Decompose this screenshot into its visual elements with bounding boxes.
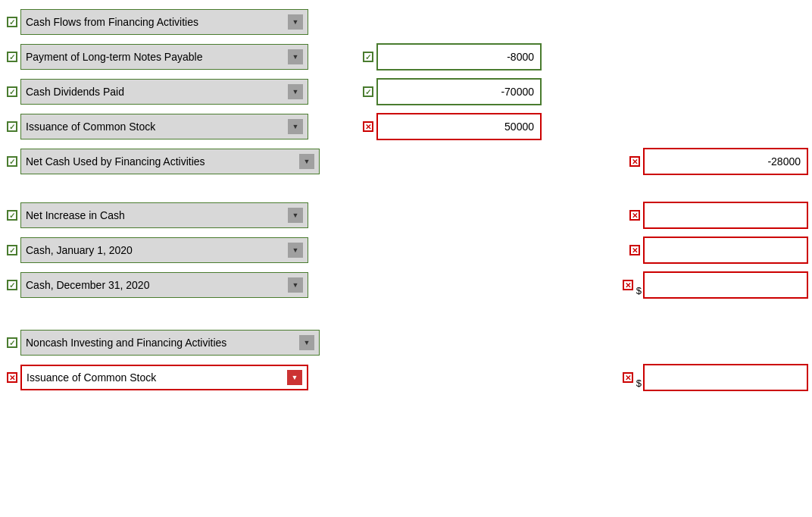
check-red-cash-dec	[623, 280, 633, 290]
check-red-issuance2-val	[623, 372, 633, 383]
label-noncash[interactable]: Noncash Investing and Financing Activiti…	[20, 330, 320, 356]
checkbox-issuance2-value[interactable]	[620, 372, 636, 383]
label-payment-long-term[interactable]: Payment of Long-term Notes Payable	[20, 44, 308, 70]
check-red-issuance1	[363, 121, 373, 132]
value-issuance2[interactable]	[643, 364, 808, 391]
label-net-increase-cash[interactable]: Net Increase in Cash	[20, 202, 308, 228]
check-green-issuance1	[7, 121, 17, 132]
value-net-cash-financing[interactable]: -28000	[643, 148, 808, 175]
left-col-noncash: Noncash Investing and Financing Activiti…	[4, 330, 352, 356]
value-cash-dec[interactable]	[643, 271, 808, 299]
check-green-cash-jan	[7, 245, 17, 255]
main-container: Cash Flows from Financing Activities Pay…	[0, 0, 812, 406]
check-red-issuance2	[7, 372, 17, 383]
left-col-cash-jan: Cash, January 1, 2020	[4, 237, 352, 263]
right-col-cash-jan	[439, 237, 808, 264]
left-col-net-increase: Net Increase in Cash	[4, 202, 352, 228]
checkbox-net-increase-value[interactable]	[626, 210, 643, 221]
value-cash-jan[interactable]	[643, 237, 808, 264]
label-cash-flows-financing[interactable]: Cash Flows from Financing Activities	[20, 9, 308, 35]
checkbox-net-cash-fin[interactable]	[4, 156, 20, 167]
checkbox-cash-jan-value[interactable]	[626, 245, 643, 255]
label-net-cash-financing[interactable]: Net Cash Used by Financing Activities	[20, 149, 320, 174]
right-col-net-fin: -28000	[439, 148, 808, 175]
row-cash-dec: Cash, December 31, 2020 $	[4, 271, 808, 299]
right-col-dividends: -70000	[360, 78, 542, 105]
dropdown-arrow-payment[interactable]	[288, 49, 303, 64]
checkbox-payment-value[interactable]	[360, 52, 376, 62]
left-col-payment: Payment of Long-term Notes Payable	[4, 44, 352, 70]
value-payment[interactable]: -8000	[376, 43, 542, 70]
left-col-cash-flows: Cash Flows from Financing Activities	[4, 9, 352, 35]
right-col-payment: -8000	[360, 43, 542, 70]
check-red-cash-jan	[629, 245, 640, 255]
label-cash-jan[interactable]: Cash, January 1, 2020	[20, 237, 308, 263]
row-net-cash-financing: Net Cash Used by Financing Activities -2…	[4, 147, 808, 176]
right-col-net-increase	[439, 202, 808, 229]
checkbox-cash-jan[interactable]	[4, 245, 20, 255]
check-green	[7, 17, 17, 27]
checkbox-net-increase[interactable]	[4, 210, 20, 221]
row-issuance-2: Issuance of Common Stock $	[4, 363, 808, 392]
value-issuance1[interactable]: 50000	[376, 113, 542, 140]
dropdown-arrow-cash-flows[interactable]	[288, 14, 303, 30]
dropdown-arrow-net-fin[interactable]	[299, 154, 314, 169]
value-wrapper-net-fin: -28000	[643, 148, 808, 175]
checkbox-cash-dec[interactable]	[4, 280, 20, 290]
check-red-net-fin	[629, 156, 640, 167]
dollar-issuance2: $	[636, 378, 642, 391]
spacer-1	[4, 182, 808, 201]
dropdown-arrow-issuance2[interactable]	[287, 370, 302, 385]
checkbox-issuance1-value[interactable]	[360, 121, 376, 132]
right-col-issuance2: $	[432, 364, 808, 391]
label-cash-dividends[interactable]: Cash Dividends Paid	[20, 79, 308, 105]
left-col-net-cash-fin: Net Cash Used by Financing Activities	[4, 149, 352, 174]
checkbox-dividends[interactable]	[4, 86, 20, 97]
dropdown-arrow-cash-jan[interactable]	[288, 243, 303, 258]
check-green-cash-dec	[7, 280, 17, 290]
value-net-increase[interactable]	[643, 202, 808, 229]
checkbox-net-fin-value[interactable]	[626, 156, 643, 167]
row-net-increase-cash: Net Increase in Cash	[4, 201, 808, 230]
dropdown-arrow-issuance1[interactable]	[288, 119, 303, 134]
checkbox-noncash[interactable]	[4, 337, 20, 348]
row-cash-flows-financing: Cash Flows from Financing Activities	[4, 8, 808, 36]
checkbox-payment[interactable]	[4, 52, 20, 62]
label-issuance-1[interactable]: Issuance of Common Stock	[20, 114, 308, 139]
dropdown-arrow-dividends[interactable]	[288, 84, 303, 99]
dropdown-arrow-noncash[interactable]	[299, 335, 314, 350]
checkbox-issuance1[interactable]	[4, 121, 20, 132]
row-payment-long-term: Payment of Long-term Notes Payable -8000	[4, 42, 808, 71]
dropdown-arrow-cash-dec[interactable]	[288, 277, 303, 293]
row-noncash: Noncash Investing and Financing Activiti…	[4, 328, 808, 357]
dollar-cash-dec: $	[636, 285, 642, 299]
checkbox-dividends-value[interactable]	[360, 86, 376, 97]
checkbox-issuance2[interactable]	[4, 372, 20, 383]
check-green-net-fin	[7, 156, 17, 167]
left-col-dividends: Cash Dividends Paid	[4, 79, 352, 105]
label-cash-dec[interactable]: Cash, December 31, 2020	[20, 272, 308, 298]
check-red-net-increase	[629, 210, 640, 221]
check-green-payment	[7, 52, 17, 62]
spacer-2	[4, 306, 808, 328]
row-cash-jan: Cash, January 1, 2020	[4, 236, 808, 265]
right-col-issuance1: 50000	[360, 113, 542, 140]
check-green-payment-val	[363, 52, 373, 62]
checkbox-cash-dec-value[interactable]	[620, 280, 636, 290]
left-col-cash-dec: Cash, December 31, 2020	[4, 272, 352, 298]
row-issuance-1: Issuance of Common Stock 50000	[4, 112, 808, 141]
check-green-net-increase	[7, 210, 17, 221]
left-col-issuance2: Issuance of Common Stock	[4, 365, 352, 390]
check-green-dividends	[7, 86, 17, 97]
row-cash-dividends: Cash Dividends Paid -70000	[4, 77, 808, 106]
checkbox-cash-flows[interactable]	[4, 17, 20, 27]
right-col-cash-dec: $	[432, 271, 808, 299]
value-dividends[interactable]: -70000	[376, 78, 542, 105]
left-col-issuance1: Issuance of Common Stock	[4, 114, 352, 139]
dropdown-arrow-net-increase[interactable]	[288, 208, 303, 223]
check-green-dividends-val	[363, 86, 373, 97]
label-issuance-2[interactable]: Issuance of Common Stock	[20, 365, 308, 390]
check-green-noncash	[7, 337, 17, 348]
